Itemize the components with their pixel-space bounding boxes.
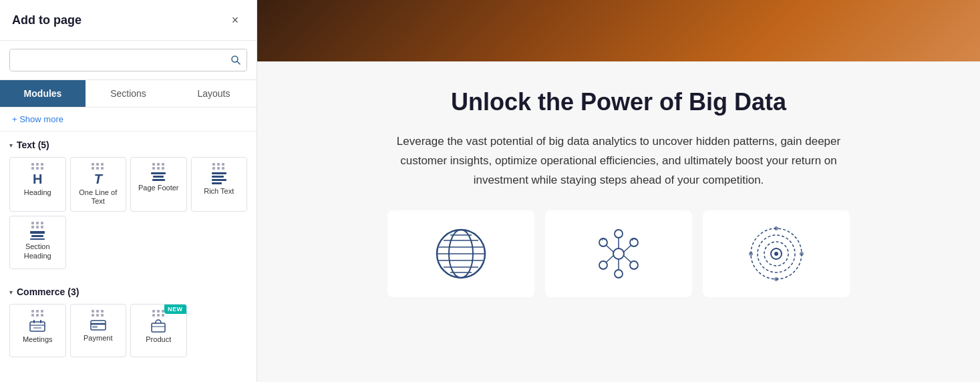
page-heading: Unlock the Power of Big Data bbox=[311, 88, 927, 116]
svg-point-21 bbox=[613, 248, 624, 259]
feature-cards-row bbox=[311, 210, 927, 297]
one-line-dots bbox=[92, 163, 104, 170]
svg-line-31 bbox=[624, 256, 631, 262]
svg-line-28 bbox=[606, 245, 613, 252]
module-rich-text[interactable]: Rich Text bbox=[191, 157, 248, 212]
globe-lines-icon bbox=[431, 224, 491, 284]
svg-point-39 bbox=[774, 226, 778, 230]
show-more-button[interactable]: + Show more bbox=[12, 114, 63, 124]
text-group-label: Text (5) bbox=[17, 140, 49, 150]
page-body-text: Leverage the vast potential of big data … bbox=[385, 132, 852, 190]
svg-line-29 bbox=[624, 245, 631, 252]
product-icon-area bbox=[150, 310, 166, 333]
tab-layouts[interactable]: Layouts bbox=[171, 80, 257, 107]
commerce-group: ▾ Commerce (3) bbox=[0, 278, 257, 360]
tabs-container: Modules Sections Layouts bbox=[0, 80, 257, 108]
page-footer-icon-area bbox=[151, 163, 166, 181]
panel-title: Add to page bbox=[12, 13, 81, 27]
svg-rect-4 bbox=[33, 320, 35, 323]
panel-content: ▾ Text (5) H Heading bbox=[0, 132, 257, 382]
svg-rect-9 bbox=[92, 326, 98, 328]
svg-line-1 bbox=[237, 61, 240, 64]
meetings-icon-area bbox=[29, 310, 45, 333]
rich-text-dots bbox=[212, 163, 225, 170]
svg-rect-10 bbox=[152, 323, 165, 332]
rich-text-icon-area bbox=[212, 163, 226, 184]
new-badge: NEW bbox=[164, 305, 186, 314]
one-line-symbol: T bbox=[94, 172, 102, 186]
chevron-down-icon: ▾ bbox=[9, 142, 13, 149]
page-footer-symbol bbox=[151, 172, 166, 181]
section-heading-symbol bbox=[30, 231, 45, 240]
svg-point-42 bbox=[749, 252, 753, 256]
svg-point-38 bbox=[774, 252, 778, 256]
close-icon: × bbox=[232, 13, 239, 27]
commerce-group-header[interactable]: ▾ Commerce (3) bbox=[9, 286, 247, 297]
svg-rect-7 bbox=[91, 321, 106, 330]
svg-point-40 bbox=[800, 252, 804, 256]
payment-symbol bbox=[90, 319, 106, 331]
module-payment[interactable]: Payment bbox=[70, 304, 127, 357]
heading-icon-area: H bbox=[31, 163, 44, 186]
svg-rect-5 bbox=[40, 320, 41, 323]
svg-point-41 bbox=[774, 277, 778, 281]
hero-image bbox=[257, 0, 980, 61]
tab-modules[interactable]: Modules bbox=[0, 80, 86, 107]
module-product[interactable]: NEW Product bbox=[130, 304, 187, 357]
payment-dots bbox=[92, 310, 104, 317]
module-section-heading[interactable]: Section Heading bbox=[9, 216, 66, 269]
one-line-label: One Line of Text bbox=[73, 188, 124, 206]
page-content-area: Unlock the Power of Big Data Leverage th… bbox=[257, 61, 980, 382]
product-label: Product bbox=[146, 335, 171, 344]
target-circles-icon bbox=[746, 224, 806, 284]
heading-label: Heading bbox=[24, 188, 51, 197]
feature-card-1 bbox=[387, 210, 534, 297]
meetings-dots bbox=[31, 310, 44, 317]
product-symbol bbox=[150, 319, 166, 333]
section-heading-dots bbox=[31, 222, 44, 228]
search-icon bbox=[230, 55, 241, 65]
rich-text-label: Rich Text bbox=[204, 187, 234, 196]
search-button[interactable] bbox=[230, 55, 241, 65]
text-module-grid: H Heading T One Line of Text bbox=[9, 157, 247, 269]
module-page-footer[interactable]: Page Footer bbox=[130, 157, 187, 212]
svg-point-26 bbox=[615, 230, 623, 238]
svg-point-27 bbox=[615, 270, 623, 278]
show-more-row: + Show more bbox=[0, 108, 257, 132]
text-group-header[interactable]: ▾ Text (5) bbox=[9, 140, 247, 150]
commerce-chevron-icon: ▾ bbox=[9, 289, 13, 296]
heading-symbol: H bbox=[33, 172, 42, 186]
svg-rect-2 bbox=[30, 322, 45, 331]
section-heading-icon-area bbox=[30, 222, 45, 240]
text-group: ▾ Text (5) H Heading bbox=[0, 132, 257, 272]
product-dots bbox=[152, 310, 165, 317]
page-footer-dots bbox=[152, 163, 165, 170]
show-more-label: + Show more bbox=[12, 114, 63, 124]
page-footer-label: Page Footer bbox=[138, 184, 179, 192]
svg-line-30 bbox=[606, 256, 613, 262]
module-meetings[interactable]: Meetings bbox=[9, 304, 66, 357]
tab-sections[interactable]: Sections bbox=[86, 80, 171, 107]
section-heading-label: Section Heading bbox=[13, 242, 63, 260]
search-input-wrap bbox=[9, 49, 247, 71]
add-to-page-panel: Add to page × Modules Sections Layouts +… bbox=[0, 0, 257, 382]
feature-card-2 bbox=[545, 210, 692, 297]
module-heading[interactable]: H Heading bbox=[9, 157, 66, 212]
payment-label: Payment bbox=[84, 334, 112, 343]
feature-card-3 bbox=[703, 210, 850, 297]
module-one-line-text[interactable]: T One Line of Text bbox=[70, 157, 127, 212]
meetings-symbol bbox=[29, 319, 45, 333]
network-arrows-icon bbox=[589, 224, 649, 284]
search-container bbox=[0, 41, 257, 80]
rich-text-symbol bbox=[212, 172, 226, 184]
heading-dots bbox=[31, 163, 44, 170]
close-button[interactable]: × bbox=[226, 11, 244, 29]
meetings-label: Meetings bbox=[23, 335, 53, 344]
payment-icon-area bbox=[90, 310, 106, 331]
search-input[interactable] bbox=[10, 49, 247, 71]
main-content-panel: Unlock the Power of Big Data Leverage th… bbox=[257, 0, 980, 382]
one-line-icon-area: T bbox=[92, 163, 104, 186]
panel-header: Add to page × bbox=[0, 0, 257, 41]
commerce-module-grid: Meetings Paym bbox=[9, 304, 247, 357]
commerce-group-label: Commerce (3) bbox=[17, 286, 79, 297]
